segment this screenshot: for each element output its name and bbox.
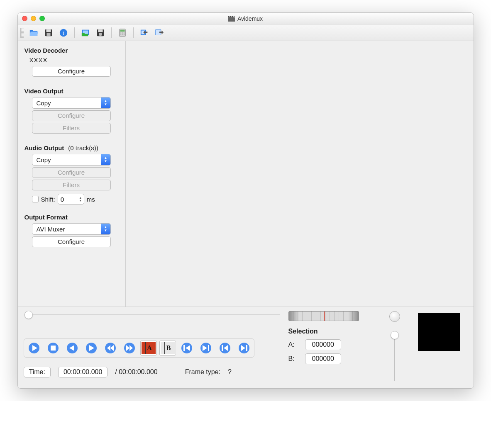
play-button[interactable]: [26, 341, 42, 355]
frametype-value: ?: [228, 368, 232, 376]
svg-rect-51: [246, 345, 247, 351]
svg-rect-4: [232, 16, 234, 17]
selection-a-label: A:: [288, 341, 300, 348]
svg-rect-18: [122, 32, 123, 34]
output-format-selected: AVI Muxer: [32, 226, 101, 233]
frametype-label: Frame type:: [185, 368, 220, 376]
volume-knob-icon[interactable]: [389, 311, 400, 322]
video-decoder-configure-button[interactable]: Configure: [32, 66, 111, 77]
calculator-icon[interactable]: [116, 27, 129, 39]
video-output-select[interactable]: Copy ▲▼: [32, 97, 111, 109]
prev-keyframe-button[interactable]: [102, 341, 119, 355]
toolbar: i: [18, 24, 474, 41]
window-title: Avidemux: [237, 15, 263, 22]
svg-rect-16: [120, 29, 125, 32]
transport-controls: A B: [24, 338, 254, 358]
preview-thumbnail: [418, 313, 460, 351]
set-marker-b-button[interactable]: B: [159, 341, 176, 355]
svg-rect-6: [46, 29, 51, 32]
output-format-configure-button[interactable]: Configure: [32, 236, 111, 247]
svg-rect-45: [208, 345, 209, 351]
audio-shift-checkbox[interactable]: [32, 196, 39, 202]
app-icon: [228, 16, 235, 22]
svg-rect-19: [123, 32, 125, 34]
stop-button[interactable]: [45, 341, 61, 355]
svg-rect-47: [222, 345, 223, 351]
goto-prev-cut-button[interactable]: [178, 341, 195, 355]
timeline-thumb[interactable]: [24, 311, 33, 319]
select-arrows-icon: ▲▼: [101, 97, 110, 108]
video-decoder-value: XXXX: [29, 56, 120, 63]
output-format-heading: Output Format: [24, 214, 120, 221]
svg-rect-2: [228, 16, 230, 17]
spinner-arrows-icon[interactable]: ▲▼: [77, 196, 84, 202]
open-project-icon[interactable]: [79, 27, 92, 39]
svg-rect-29: [51, 346, 56, 351]
svg-rect-17: [120, 32, 121, 34]
close-window-button[interactable]: [22, 16, 27, 21]
bottom-panel: A B Time: 00:00:00.000 / 00:00:00.000 Fr…: [18, 307, 474, 388]
selection-a-value[interactable]: 000000: [305, 339, 341, 350]
audio-output-configure-button: Configure: [32, 167, 111, 178]
duration-value: / 00:00:00.000: [115, 368, 157, 376]
volume-slider[interactable]: [393, 331, 397, 381]
video-output-filters-button: Filters: [32, 123, 111, 134]
minimize-window-button[interactable]: [31, 16, 36, 21]
next-frame-button[interactable]: [83, 341, 100, 355]
video-output-configure-button: Configure: [32, 110, 111, 121]
open-file-icon[interactable]: [27, 27, 40, 39]
save-file-icon[interactable]: [42, 27, 55, 39]
svg-rect-1: [228, 17, 235, 22]
export-icon[interactable]: [153, 27, 166, 39]
jog-wheel[interactable]: [288, 311, 359, 321]
svg-rect-41: [183, 345, 185, 351]
video-preview-area: [126, 41, 474, 307]
import-icon[interactable]: [138, 27, 151, 39]
time-value[interactable]: 00:00:00.000: [58, 367, 107, 377]
svg-point-14: [99, 33, 102, 36]
audio-shift-input[interactable]: [58, 196, 77, 203]
video-decoder-heading: Video Decoder: [24, 47, 120, 54]
audio-shift-unit: ms: [87, 196, 95, 203]
info-icon[interactable]: i: [57, 27, 70, 39]
timeline-slider[interactable]: [25, 314, 280, 322]
svg-rect-13: [98, 29, 103, 32]
svg-text:i: i: [63, 30, 64, 36]
svg-rect-22: [123, 34, 125, 35]
app-window: Avidemux i: [17, 12, 474, 389]
next-keyframe-button[interactable]: [121, 341, 138, 355]
set-marker-a-button[interactable]: A: [140, 341, 157, 355]
svg-rect-21: [122, 34, 123, 35]
goto-start-button[interactable]: [217, 341, 233, 355]
titlebar: Avidemux: [18, 13, 474, 24]
video-output-heading: Video Output: [24, 88, 120, 95]
selection-b-label: B:: [288, 355, 300, 363]
video-output-selected: Copy: [32, 100, 101, 107]
zoom-window-button[interactable]: [39, 16, 45, 21]
goto-end-button[interactable]: [236, 341, 252, 355]
goto-next-cut-button[interactable]: [198, 341, 214, 355]
sidebar: Video Decoder XXXX Configure Video Outpu…: [18, 41, 126, 307]
svg-marker-0: [228, 16, 235, 17]
audio-output-selected: Copy: [32, 156, 101, 163]
svg-rect-3: [230, 16, 232, 17]
svg-rect-20: [120, 34, 121, 35]
select-arrows-icon: ▲▼: [101, 224, 110, 234]
output-format-select[interactable]: AVI Muxer ▲▼: [32, 223, 111, 235]
prev-frame-button[interactable]: [64, 341, 81, 355]
audio-output-filters-button: Filters: [32, 180, 111, 190]
audio-output-select[interactable]: Copy ▲▼: [32, 154, 111, 166]
audio-output-tracks: (0 track(s)): [68, 144, 98, 151]
svg-rect-7: [46, 33, 50, 35]
selection-heading: Selection: [288, 328, 371, 335]
audio-shift-label: Shift:: [41, 196, 55, 203]
toolbar-grip[interactable]: [20, 28, 24, 38]
time-label: Time:: [24, 367, 51, 377]
save-project-icon[interactable]: [94, 27, 107, 39]
selection-b-value[interactable]: 000000: [305, 353, 341, 364]
select-arrows-icon: ▲▼: [101, 154, 110, 165]
audio-output-heading: Audio Output: [24, 144, 64, 151]
audio-shift-spinner[interactable]: ▲▼: [58, 194, 84, 205]
volume-thumb[interactable]: [391, 331, 399, 339]
